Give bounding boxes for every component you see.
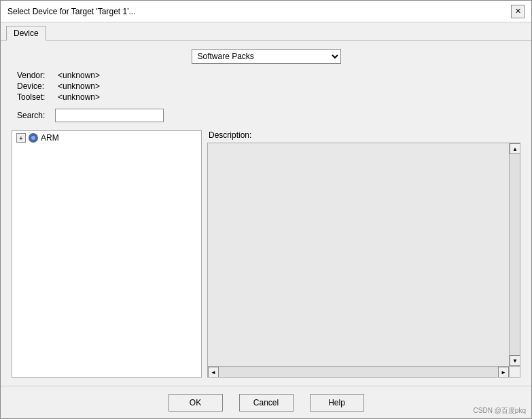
dropdown-row: Software Packs: [12, 49, 520, 64]
vendor-value: <unknown>: [58, 71, 520, 80]
expand-icon[interactable]: +: [16, 133, 26, 143]
tree-panel[interactable]: + ARM: [12, 130, 202, 378]
close-button[interactable]: ✕: [511, 5, 525, 18]
description-panel: Description: ▲ ▼ ◄ ►: [207, 130, 520, 378]
description-label: Description:: [209, 130, 520, 140]
main-dialog: Select Device for Target 'Target 1'... ✕…: [0, 0, 532, 419]
toolset-label: Toolset:: [17, 92, 58, 102]
scroll-up-button[interactable]: ▲: [510, 143, 520, 154]
info-grid: Vendor: <unknown> Device: <unknown> Tool…: [17, 71, 520, 102]
search-label: Search:: [17, 111, 52, 120]
dropdown-wrapper: Software Packs: [192, 49, 341, 64]
tab-bar: Device: [1, 22, 531, 41]
scroll-track-horizontal[interactable]: [219, 367, 498, 377]
vendor-label: Vendor:: [17, 71, 58, 80]
device-value: <unknown>: [58, 81, 520, 91]
dialog-title: Select Device for Target 'Target 1'...: [7, 7, 135, 16]
cancel-button[interactable]: Cancel: [239, 394, 294, 412]
tree-item-label-arm: ARM: [41, 133, 59, 143]
device-label: Device:: [17, 81, 58, 91]
search-input[interactable]: [55, 109, 164, 122]
scrollbar-corner: [509, 366, 520, 377]
search-row: Search:: [17, 109, 520, 122]
software-packs-dropdown[interactable]: Software Packs: [192, 49, 341, 64]
dialog-footer: OK Cancel Help CSDN @百度pkq: [1, 386, 531, 418]
watermark: CSDN @百度pkq: [474, 406, 526, 416]
title-bar: Select Device for Target 'Target 1'... ✕: [1, 1, 531, 22]
tab-device[interactable]: Device: [6, 26, 46, 41]
help-button[interactable]: Help: [310, 394, 364, 412]
ok-button[interactable]: OK: [169, 394, 223, 412]
tree-item-arm[interactable]: + ARM: [12, 131, 201, 145]
scroll-left-button[interactable]: ◄: [208, 367, 219, 378]
horizontal-scrollbar: ◄ ►: [208, 366, 509, 377]
toolset-value: <unknown>: [58, 92, 520, 102]
dialog-body: Software Packs Vendor: <unknown> Device:…: [1, 41, 531, 386]
arm-icon: [29, 133, 38, 143]
description-box: ▲ ▼ ◄ ►: [207, 143, 520, 378]
vertical-scrollbar: ▲ ▼: [509, 143, 520, 366]
scroll-right-button[interactable]: ►: [498, 367, 509, 378]
scroll-down-button[interactable]: ▼: [510, 355, 520, 366]
main-content: + ARM Description: ▲ ▼: [12, 130, 520, 378]
scroll-track-vertical[interactable]: [510, 154, 520, 355]
